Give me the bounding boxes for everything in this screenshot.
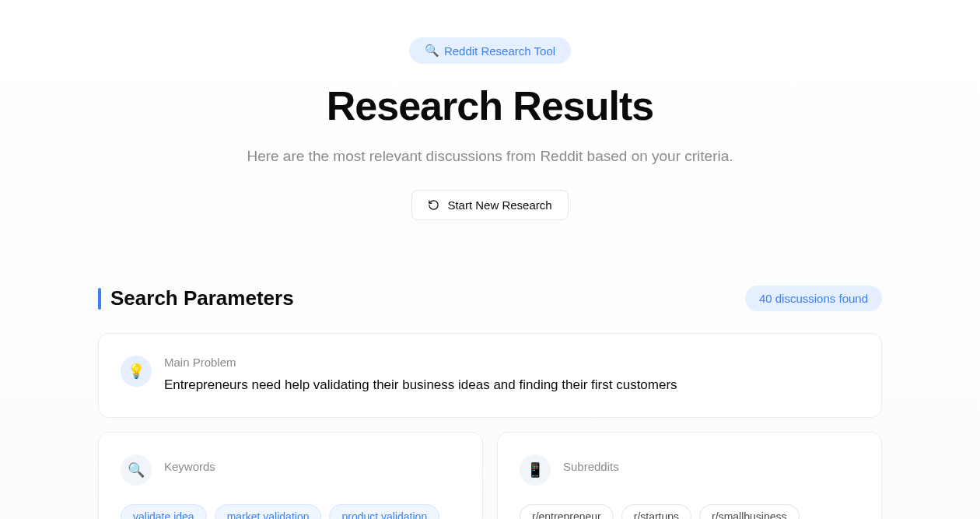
tool-badge-text: Reddit Research Tool	[444, 44, 555, 58]
main-problem-text: Entrepreneurs need help validating their…	[164, 375, 859, 395]
reset-icon	[428, 199, 439, 211]
discussions-count-badge: 40 discussions found	[745, 286, 882, 311]
lightbulb-icon: 💡	[121, 356, 152, 387]
subreddits-card: 📱 Subreddits r/entrepreneurr/startupsr/s…	[497, 432, 882, 520]
subreddit-tag: r/startups	[621, 504, 691, 520]
keywords-label: Keywords	[164, 460, 215, 473]
keywords-card: 🔍 Keywords validate ideamarket validatio…	[98, 432, 483, 520]
keyword-tag: product validation	[329, 504, 439, 520]
accent-bar	[98, 288, 101, 310]
subreddit-tag: r/smallbusiness	[699, 504, 799, 520]
magnifier-icon: 🔍	[425, 44, 439, 58]
tool-badge: 🔍 Reddit Research Tool	[409, 37, 571, 64]
start-new-research-label: Start New Research	[447, 198, 551, 212]
search-icon: 🔍	[121, 454, 152, 486]
subreddits-tag-list: r/entrepreneurr/startupsr/smallbusinessr…	[520, 504, 859, 520]
main-problem-card: 💡 Main Problem Entrepreneurs need help v…	[98, 333, 882, 418]
section-title: Search Parameters	[110, 286, 294, 310]
subreddits-icon: 📱	[520, 454, 551, 486]
keywords-tag-list: validate ideamarket validationproduct va…	[121, 504, 460, 520]
subreddits-label: Subreddits	[563, 460, 619, 473]
section-title-wrap: Search Parameters	[98, 286, 294, 310]
main-problem-label: Main Problem	[164, 356, 859, 369]
params-header: Search Parameters 40 discussions found	[98, 286, 882, 311]
keyword-tag: market validation	[215, 504, 322, 520]
keyword-tag: validate idea	[121, 504, 207, 520]
page-title: Research Results	[98, 82, 882, 129]
page-subtitle: Here are the most relevant discussions f…	[98, 148, 882, 165]
start-new-research-button[interactable]: Start New Research	[411, 190, 568, 220]
subreddit-tag: r/entrepreneur	[520, 504, 614, 520]
header-section: 🔍 Reddit Research Tool Research Results …	[98, 37, 882, 220]
search-parameters-section: Search Parameters 40 discussions found 💡…	[98, 286, 882, 519]
